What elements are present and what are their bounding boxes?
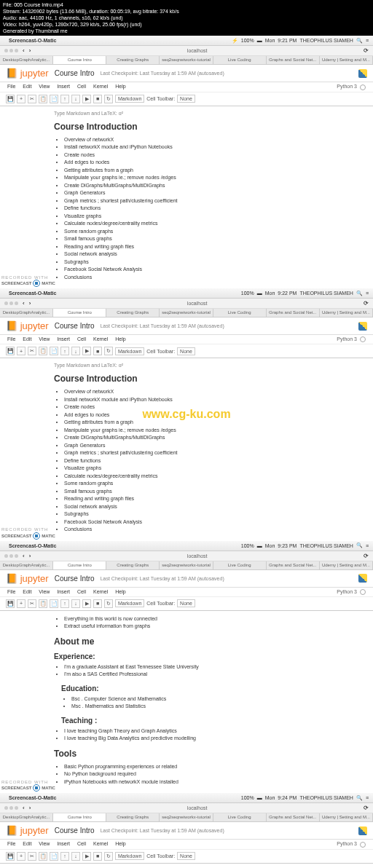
cut-icon[interactable]: ✂: [28, 95, 36, 103]
back-icon[interactable]: ‹: [23, 805, 25, 811]
menu-kernel[interactable]: Kernel: [93, 589, 108, 595]
run-icon[interactable]: ▶: [82, 347, 91, 355]
menu-insert[interactable]: Insert: [57, 84, 70, 90]
menu-help[interactable]: Help: [115, 589, 125, 595]
celltoolbar-select[interactable]: None: [177, 95, 195, 103]
move-down-icon[interactable]: ↓: [71, 852, 80, 861]
move-down-icon[interactable]: ↓: [71, 95, 80, 103]
menu-file[interactable]: File: [7, 336, 15, 342]
menu-cell[interactable]: Cell: [77, 336, 86, 342]
save-icon[interactable]: 💾: [6, 852, 15, 861]
tab[interactable]: Live Coding: [213, 309, 267, 317]
menu-insert[interactable]: Insert: [57, 589, 70, 595]
menu-edit[interactable]: Edit: [23, 336, 31, 342]
stop-icon[interactable]: ■: [93, 347, 102, 355]
copy-icon[interactable]: 📋: [39, 599, 47, 608]
url-bar[interactable]: localhost: [35, 48, 359, 53]
fwd-icon[interactable]: ›: [29, 47, 31, 54]
celltoolbar-select[interactable]: None: [177, 347, 195, 355]
fwd-icon[interactable]: ›: [29, 300, 31, 307]
tab[interactable]: seq2seqnetworkx-tutorial: [160, 309, 213, 317]
menu-kernel[interactable]: Kernel: [93, 336, 108, 342]
add-cell-icon[interactable]: +: [17, 95, 25, 103]
tab[interactable]: Creating Graphs: [106, 561, 160, 569]
paste-icon[interactable]: 📄: [50, 95, 58, 103]
celltoolbar-select[interactable]: None: [177, 599, 195, 607]
search-icon[interactable]: 🔍: [356, 542, 363, 548]
cut-icon[interactable]: ✂: [28, 599, 36, 608]
move-up-icon[interactable]: ↑: [60, 347, 69, 355]
menu-insert[interactable]: Insert: [57, 336, 70, 342]
menu-icon[interactable]: ≡: [366, 38, 369, 43]
run-icon[interactable]: ▶: [82, 852, 91, 861]
tab[interactable]: Graphs and Social Net...: [267, 561, 320, 569]
menu-icon[interactable]: ≡: [366, 795, 369, 800]
tab[interactable]: Course Intro: [53, 309, 106, 317]
menu-view[interactable]: View: [39, 336, 50, 342]
jupyter-logo[interactable]: 📙 jupyter: [6, 320, 49, 331]
tab[interactable]: Creating Graphs: [106, 309, 160, 317]
back-icon[interactable]: ‹: [23, 553, 25, 559]
tab[interactable]: Course Intro: [53, 56, 106, 64]
tab[interactable]: DesktopGraphAnalytic...: [0, 309, 53, 317]
reload-icon[interactable]: ⟳: [364, 47, 369, 54]
tab[interactable]: Udemy | Setting and M...: [320, 561, 373, 569]
menu-edit[interactable]: Edit: [23, 589, 31, 595]
tab[interactable]: seq2seqnetworkx-tutorial: [160, 813, 213, 821]
add-cell-icon[interactable]: +: [17, 599, 25, 608]
menu-icon[interactable]: ≡: [366, 543, 369, 548]
paste-icon[interactable]: 📄: [50, 599, 58, 608]
menu-cell[interactable]: Cell: [77, 841, 86, 847]
tab[interactable]: Live Coding: [213, 813, 267, 821]
menu-cell[interactable]: Cell: [77, 84, 86, 90]
notebook-title[interactable]: Course Intro: [55, 826, 95, 835]
tab[interactable]: Udemy | Setting and M...: [320, 309, 373, 317]
run-icon[interactable]: ▶: [82, 599, 91, 608]
copy-icon[interactable]: 📋: [39, 95, 47, 103]
stop-icon[interactable]: ■: [93, 95, 102, 103]
url-bar[interactable]: localhost: [35, 301, 359, 306]
tab[interactable]: Graphs and Social Net...: [267, 56, 320, 64]
celltype-select[interactable]: Markdown: [115, 599, 144, 607]
move-up-icon[interactable]: ↑: [60, 599, 69, 608]
celltype-select[interactable]: Markdown: [115, 95, 144, 103]
add-cell-icon[interactable]: +: [17, 347, 25, 355]
tab[interactable]: Creating Graphs: [106, 813, 160, 821]
menu-kernel[interactable]: Kernel: [93, 841, 108, 847]
reload-icon[interactable]: ⟳: [364, 300, 369, 307]
menu-help[interactable]: Help: [115, 84, 125, 90]
menu-file[interactable]: File: [7, 841, 15, 847]
tab[interactable]: Graphs and Social Net...: [267, 813, 320, 821]
celltype-select[interactable]: Markdown: [115, 852, 144, 860]
tab[interactable]: seq2seqnetworkx-tutorial: [160, 561, 213, 569]
menu-cell[interactable]: Cell: [77, 589, 86, 595]
move-down-icon[interactable]: ↓: [71, 347, 80, 355]
cut-icon[interactable]: ✂: [28, 347, 36, 355]
menu-view[interactable]: View: [39, 84, 50, 90]
search-icon[interactable]: 🔍: [356, 291, 363, 296]
move-down-icon[interactable]: ↓: [71, 599, 80, 608]
menu-edit[interactable]: Edit: [23, 84, 31, 90]
copy-icon[interactable]: 📋: [39, 347, 47, 355]
reload-icon[interactable]: ⟳: [364, 553, 369, 559]
back-icon[interactable]: ‹: [23, 300, 25, 307]
menu-icon[interactable]: ≡: [366, 291, 369, 296]
menu-help[interactable]: Help: [115, 336, 125, 342]
tab[interactable]: Creating Graphs: [106, 56, 160, 64]
menu-edit[interactable]: Edit: [23, 841, 31, 847]
paste-icon[interactable]: 📄: [50, 347, 58, 355]
move-up-icon[interactable]: ↑: [60, 852, 69, 861]
tab[interactable]: Udemy | Setting and M...: [320, 56, 373, 64]
jupyter-logo[interactable]: 📙 jupyter: [6, 573, 49, 584]
restart-icon[interactable]: ↻: [104, 852, 113, 861]
add-cell-icon[interactable]: +: [17, 852, 25, 861]
tab[interactable]: Course Intro: [53, 561, 106, 569]
celltype-select[interactable]: Markdown: [115, 347, 144, 355]
menu-view[interactable]: View: [39, 589, 50, 595]
tab[interactable]: Udemy | Setting and M...: [320, 813, 373, 821]
wifi-icon[interactable]: ⚡: [232, 38, 238, 44]
tab[interactable]: DesktopGraphAnalytic...: [0, 56, 53, 64]
menu-file[interactable]: File: [7, 589, 15, 595]
fwd-icon[interactable]: ›: [29, 553, 31, 559]
menu-view[interactable]: View: [39, 841, 50, 847]
